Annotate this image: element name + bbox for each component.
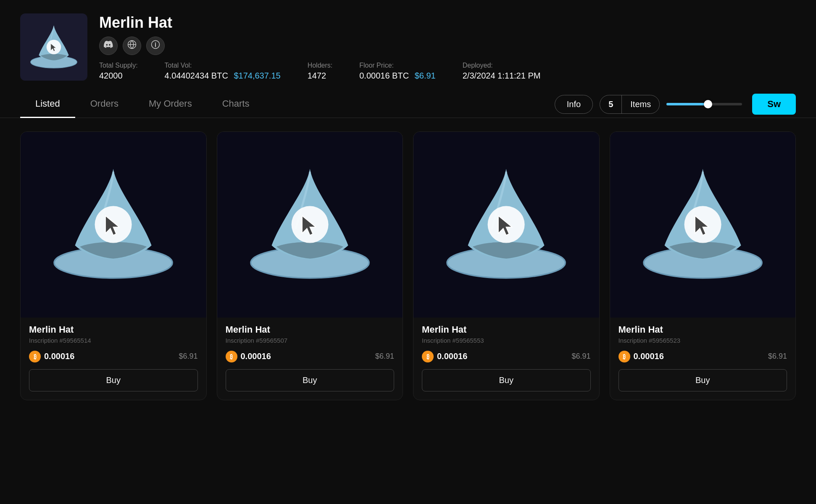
- swap-button[interactable]: Sw: [752, 94, 796, 115]
- nft-name: Merlin Hat: [226, 324, 395, 335]
- slider-track: [666, 103, 742, 105]
- nft-image: [610, 132, 796, 318]
- app-container: Merlin Hat: [0, 0, 816, 414]
- discord-button[interactable]: [99, 37, 118, 55]
- nft-card[interactable]: Merlin Hat Inscription #59565514 ₿ 0.000…: [20, 131, 207, 400]
- nft-btc-price: ₿ 0.00016: [619, 351, 664, 362]
- btc-icon: ₿: [619, 351, 630, 362]
- deployed-value: 2/3/2024 1:11:21 PM: [463, 71, 541, 81]
- nft-inscription: Inscription #59565507: [226, 337, 395, 344]
- tab-listed[interactable]: Listed: [20, 91, 75, 118]
- collection-name: Merlin Hat: [99, 14, 540, 32]
- nft-info: Merlin Hat Inscription #59565553 ₿ 0.000…: [413, 318, 599, 400]
- nav-actions: Info 5 Items Sw: [555, 94, 796, 115]
- collection-stats: Total Supply: 42000 Total Vol: 4.0440243…: [99, 62, 540, 81]
- nft-btc-price: ₿ 0.00016: [29, 351, 74, 362]
- nft-inscription: Inscription #59565553: [422, 337, 591, 344]
- nav-tabs: Listed Orders My Orders Charts: [20, 91, 555, 118]
- info-circle-button[interactable]: [146, 37, 165, 55]
- nft-name: Merlin Hat: [422, 324, 591, 335]
- collection-header: Merlin Hat: [0, 0, 816, 91]
- btc-icon: ₿: [422, 351, 434, 362]
- slider-fill: [666, 103, 708, 105]
- nft-name: Merlin Hat: [619, 324, 787, 335]
- nft-image: [217, 132, 403, 318]
- nft-usd-price: $6.91: [768, 352, 787, 361]
- total-vol-value: 4.04402434 BTC $174,637.15: [165, 71, 281, 81]
- total-supply-label: Total Supply:: [99, 62, 138, 69]
- nft-grid: Merlin Hat Inscription #59565514 ₿ 0.000…: [0, 118, 816, 414]
- discord-icon: [104, 41, 113, 50]
- nft-btc-price: ₿ 0.00016: [226, 351, 271, 362]
- nft-price-row: ₿ 0.00016 $6.91: [226, 351, 395, 362]
- nft-info: Merlin Hat Inscription #59565507 ₿ 0.000…: [217, 318, 403, 400]
- btc-icon: ₿: [29, 351, 41, 362]
- buy-button[interactable]: Buy: [619, 369, 787, 391]
- nft-image: [21, 132, 206, 318]
- deployed-label: Deployed:: [463, 62, 541, 69]
- collection-details: Merlin Hat: [99, 14, 540, 81]
- slider-thumb[interactable]: [704, 100, 712, 108]
- nft-price-row: ₿ 0.00016 $6.91: [619, 351, 787, 362]
- total-supply-value: 42000: [99, 71, 138, 81]
- buy-button[interactable]: Buy: [422, 369, 591, 391]
- nft-card[interactable]: Merlin Hat Inscription #59565553 ₿ 0.000…: [413, 131, 600, 400]
- buy-button[interactable]: Buy: [226, 369, 395, 391]
- nft-card[interactable]: Merlin Hat Inscription #59565507 ₿ 0.000…: [217, 131, 403, 400]
- nft-btc-price: ₿ 0.00016: [422, 351, 467, 362]
- holders-label: Holders:: [308, 62, 333, 69]
- stat-total-vol: Total Vol: 4.04402434 BTC $174,637.15: [165, 62, 281, 81]
- nft-price-row: ₿ 0.00016 $6.91: [29, 351, 198, 362]
- nft-card[interactable]: Merlin Hat Inscription #59565523 ₿ 0.000…: [610, 131, 796, 400]
- buy-button[interactable]: Buy: [29, 369, 198, 391]
- tab-charts[interactable]: Charts: [207, 91, 265, 118]
- stat-floor-price: Floor Price: 0.00016 BTC $6.91: [359, 62, 435, 81]
- globe-icon: [127, 40, 137, 51]
- floor-price-label: Floor Price:: [359, 62, 435, 69]
- nav-section: Listed Orders My Orders Charts Info 5 It…: [0, 91, 816, 118]
- btc-amount: 0.00016: [241, 352, 271, 361]
- grid-size-slider[interactable]: [666, 103, 742, 105]
- nft-name: Merlin Hat: [29, 324, 198, 335]
- btc-icon: ₿: [226, 351, 237, 362]
- social-links: [99, 37, 540, 55]
- nft-price-row: ₿ 0.00016 $6.91: [422, 351, 591, 362]
- nft-usd-price: $6.91: [179, 352, 197, 361]
- collection-thumbnail: [20, 13, 87, 81]
- stat-holders: Holders: 1472: [308, 62, 333, 81]
- floor-price-value: 0.00016 BTC $6.91: [359, 71, 435, 81]
- nft-inscription: Inscription #59565523: [619, 337, 787, 344]
- tab-my-orders[interactable]: My Orders: [134, 91, 207, 118]
- items-count: 5: [600, 95, 622, 113]
- total-vol-label: Total Vol:: [165, 62, 281, 69]
- nft-usd-price: $6.91: [571, 352, 590, 361]
- stat-deployed: Deployed: 2/3/2024 1:11:21 PM: [463, 62, 541, 81]
- items-label: Items: [622, 95, 659, 113]
- btc-amount: 0.00016: [634, 352, 664, 361]
- globe-button[interactable]: [123, 37, 141, 55]
- btc-amount: 0.00016: [44, 352, 74, 361]
- nft-image: [413, 132, 599, 318]
- info-circle-icon: [151, 40, 160, 51]
- holders-value: 1472: [308, 71, 333, 81]
- nft-info: Merlin Hat Inscription #59565523 ₿ 0.000…: [610, 318, 796, 400]
- info-button[interactable]: Info: [555, 95, 593, 114]
- stat-total-supply: Total Supply: 42000: [99, 62, 138, 81]
- nft-inscription: Inscription #59565514: [29, 337, 198, 344]
- btc-amount: 0.00016: [437, 352, 467, 361]
- tab-orders[interactable]: Orders: [75, 91, 134, 118]
- nft-info: Merlin Hat Inscription #59565514 ₿ 0.000…: [21, 318, 206, 400]
- items-button[interactable]: 5 Items: [600, 95, 660, 114]
- nft-usd-price: $6.91: [375, 352, 394, 361]
